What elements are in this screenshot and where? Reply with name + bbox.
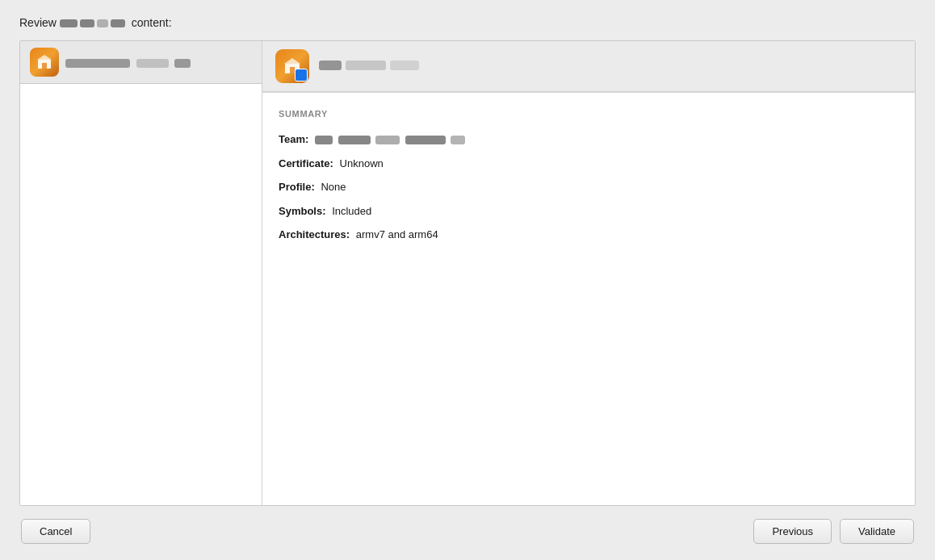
summary-row-symbols: Symbols: Included — [279, 203, 899, 219]
footer-right: Previous Validate — [753, 519, 914, 544]
summary-row-architectures: Architectures: armv7 and arm64 — [279, 227, 899, 243]
summary-row-profile: Profile: None — [279, 179, 899, 195]
svg-rect-5 — [290, 67, 295, 73]
sidebar-app-name — [65, 56, 191, 69]
summary-row-certificate: Certificate: Unknown — [279, 156, 899, 172]
footer: Cancel Previous Validate — [19, 519, 916, 544]
architectures-value: armv7 and arm64 — [356, 228, 438, 240]
svg-marker-1 — [37, 55, 52, 60]
sidebar-app-icon — [30, 48, 59, 77]
certificate-key: Certificate: — [279, 157, 333, 169]
title-suffix: content: — [128, 16, 172, 29]
svg-marker-4 — [284, 58, 300, 64]
app-icon-large — [275, 49, 309, 83]
app-title-blurred — [319, 61, 419, 70]
profile-key: Profile: — [279, 181, 315, 193]
profile-value: None — [321, 181, 346, 193]
left-sidebar — [20, 41, 262, 505]
right-content: SUMMARY Team: Certificate: Unknown P — [262, 41, 915, 505]
sidebar-body — [20, 84, 262, 407]
certificate-value: Unknown — [340, 157, 384, 169]
right-header — [262, 41, 915, 92]
previous-button[interactable]: Previous — [753, 519, 832, 544]
team-key: Team: — [279, 133, 308, 145]
title-text: Review — [19, 16, 57, 29]
cancel-button[interactable]: Cancel — [21, 519, 90, 544]
validate-button[interactable]: Validate — [840, 519, 914, 544]
sidebar-header — [20, 41, 262, 84]
summary-label: SUMMARY — [279, 109, 899, 119]
symbols-value: Included — [332, 205, 371, 217]
symbols-key: Symbols: — [279, 205, 326, 217]
team-value — [315, 133, 466, 145]
page-title: Review content: — [19, 16, 916, 29]
title-blurred — [60, 16, 125, 29]
summary-section: SUMMARY Team: Certificate: Unknown P — [262, 92, 915, 505]
architectures-key: Architectures: — [279, 228, 350, 240]
app-title-area — [319, 61, 419, 73]
svg-rect-2 — [42, 63, 47, 69]
main-panel: SUMMARY Team: Certificate: Unknown P — [19, 40, 916, 506]
footer-left: Cancel — [21, 519, 90, 544]
summary-row-team: Team: — [279, 132, 899, 148]
